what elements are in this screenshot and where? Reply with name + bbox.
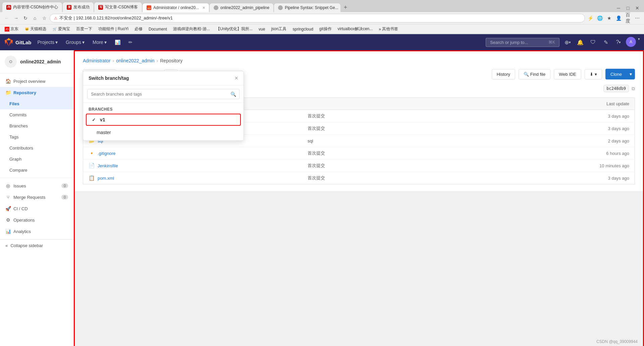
header-avatar[interactable]: A xyxy=(626,37,636,47)
sidebar-item-repository[interactable]: 📁 Repository xyxy=(0,87,73,98)
sidebar-item-graph[interactable]: Graph xyxy=(0,154,73,165)
dropdown-branches-section: Branches ✓ v1 master xyxy=(83,103,244,140)
sidebar-item-tags[interactable]: Tags xyxy=(0,131,73,142)
header-bell-btn[interactable]: 🔔 xyxy=(575,37,586,48)
address-bar[interactable]: ⚠ 不安全 | 192.168.0.121:82/root/online2022… xyxy=(50,14,585,22)
bookmark-jd[interactable]: JD 京东 xyxy=(3,25,20,33)
bookmark-vbox[interactable]: virtualbox解决cen... xyxy=(336,25,375,33)
file-link[interactable]: .gitignore xyxy=(98,151,115,156)
download-button[interactable]: ⬇ ▾ xyxy=(585,69,602,79)
extensions-button[interactable]: ⚡ xyxy=(586,14,594,22)
close-window-button[interactable]: ✕ xyxy=(633,4,641,12)
sidebar-item-merge-requests[interactable]: ⑂ Merge Requests 0 xyxy=(0,191,73,203)
branch-search-input[interactable] xyxy=(87,89,239,99)
header-plus-btn[interactable]: ⊕ ▾ xyxy=(562,37,573,48)
sidebar-item-issues[interactable]: ◎ Issues 0 xyxy=(0,180,73,191)
bookmark-document[interactable]: Document xyxy=(147,26,169,32)
reload-button[interactable]: ↻ xyxy=(21,14,30,22)
bookmark-tmall[interactable]: 🐱 天猫精选 xyxy=(22,25,48,33)
branch-item-master-label: master xyxy=(97,130,111,135)
file-link[interactable]: Jenkinsfile xyxy=(98,163,118,168)
browser-tab-6[interactable]: Pipeline Syntax: Snippet Ge... xyxy=(274,3,341,12)
maximize-button[interactable]: □ xyxy=(624,4,632,12)
menu-button[interactable]: ⋯ xyxy=(633,14,641,22)
browser-tab-3[interactable]: 写 写文章-CSDN博客 xyxy=(94,2,142,12)
find-file-icon: 🔍 xyxy=(524,72,529,77)
bookmark-baidu[interactable]: 百度一下 xyxy=(74,25,94,33)
bookmark-taobao[interactable]: 🛒 爱淘宝 xyxy=(50,25,72,33)
sidebar-item-project-overview[interactable]: 🏠 Project overview xyxy=(0,75,73,87)
sidebar-item-commits[interactable]: Commits xyxy=(0,109,73,120)
sidebar-item-operations[interactable]: ⚙ Operations xyxy=(0,214,73,226)
branch-item-v1[interactable]: ✓ v1 xyxy=(87,114,240,125)
sidebar-item-cicd[interactable]: 🚀 CI / CD xyxy=(0,203,73,214)
sidebar-item-compare[interactable]: Compare xyxy=(0,165,73,176)
sidebar-item-files[interactable]: Files xyxy=(0,98,73,109)
clone-arrow-button[interactable]: ▾ xyxy=(627,69,635,79)
nav-more[interactable]: More ▾ xyxy=(89,38,110,47)
nav-chart[interactable]: 📊 xyxy=(111,38,124,47)
tab-close-4[interactable]: ✕ xyxy=(202,6,205,10)
gitlab-logo-text: GitLab xyxy=(15,40,32,45)
profile-button[interactable]: 👤 xyxy=(614,14,623,22)
history-button[interactable]: History xyxy=(492,69,515,79)
analytics-icon: 📊 xyxy=(5,229,11,234)
bookmark-button[interactable]: ☆ xyxy=(40,14,48,22)
nav-groups[interactable]: Groups ▾ xyxy=(62,38,88,47)
header-search[interactable]: Search or jump to... ⌘K xyxy=(486,38,559,47)
sidebar-item-branches[interactable]: Branches xyxy=(0,120,73,131)
browser-tab-2[interactable]: 发 发布成功 xyxy=(62,2,94,12)
new-tab-button[interactable]: + xyxy=(341,3,350,12)
file-commit-cell: 首次提交 xyxy=(302,160,438,172)
sidebar-label-graph: Graph xyxy=(9,157,21,162)
bookmark-springcloud[interactable]: springcloud xyxy=(290,26,315,32)
header-question-btn[interactable]: ? ▾ xyxy=(613,37,624,48)
bookmark-vue[interactable]: vue xyxy=(257,26,267,32)
minimize-button[interactable]: ─ xyxy=(614,4,623,12)
bookmarks-bar: JD 京东 🐱 天猫精选 🛒 爱淘宝 百度一下 功能组件 | RuoYi 必修 … xyxy=(0,24,644,34)
collapse-icon: « xyxy=(5,243,8,248)
header-avatar-arrow[interactable]: ▾ xyxy=(638,37,640,48)
sidebar-collapse[interactable]: « Collapse sidebar xyxy=(0,239,73,251)
branch-item-master[interactable]: master xyxy=(83,127,244,138)
sidebar-label-operations: Operations xyxy=(13,218,35,223)
home-button[interactable]: ⌂ xyxy=(31,14,39,22)
sidebar-item-contributors[interactable]: Contributors xyxy=(0,142,73,154)
bookmark-git[interactable]: git操作 xyxy=(317,25,334,33)
back-button[interactable]: ← xyxy=(3,14,11,22)
bookmark-game[interactable]: 游戏dll逆向教程-游... xyxy=(171,25,212,33)
gitlab-logo[interactable]: GitLab xyxy=(4,38,32,47)
web-ide-button[interactable]: Web IDE xyxy=(554,69,581,79)
bookmark-json[interactable]: json工具 xyxy=(269,25,288,33)
breadcrumb-project[interactable]: online2022_admin xyxy=(116,58,154,63)
bookmark-ruoyi[interactable]: 功能组件 | RuoYi xyxy=(96,25,130,33)
header-shield-btn[interactable]: 🛡 xyxy=(588,37,598,48)
table-row: 🔸 .gitignore 首次提交 6 hours ago xyxy=(83,147,635,160)
copy-hash-button[interactable]: ⧉ xyxy=(632,86,635,92)
bookmark-bixiu[interactable]: 必修 xyxy=(132,25,145,33)
browser-tab-5[interactable]: online2022_admin_pipeline xyxy=(209,3,274,12)
find-file-button[interactable]: 🔍 Find file xyxy=(519,69,550,79)
nav-pencil[interactable]: ✏ xyxy=(125,38,136,47)
tab-title-5: online2022_admin_pipeline xyxy=(220,5,269,10)
bookmark-unity[interactable]: 【Unity优化】我所... xyxy=(214,25,255,33)
file-link[interactable]: pom.xml xyxy=(98,176,114,181)
browser-tab-4[interactable]: 🦊 Administrator / online20... ✕ xyxy=(142,3,209,12)
browser-tab-1[interactable]: 内 内容管理-CSDN创作中心 xyxy=(2,2,62,12)
tab-favicon-1: 内 xyxy=(6,5,11,10)
file-commit-cell: 首次提交 xyxy=(302,110,438,122)
bookmark-other[interactable]: » 其他书签 xyxy=(377,25,400,33)
nav-projects[interactable]: Projects ▾ xyxy=(34,38,61,47)
breadcrumb-administrator[interactable]: Administrator xyxy=(83,58,110,63)
header-edit-btn[interactable]: ✎ xyxy=(600,37,611,48)
forward-button[interactable]: → xyxy=(12,14,20,22)
operations-icon: ⚙ xyxy=(5,217,11,223)
dropdown-close-button[interactable]: × xyxy=(234,75,238,81)
sidebar-label-compare: Compare xyxy=(9,168,27,173)
baidu-button[interactable]: 百度 xyxy=(624,14,632,22)
gitlab-logo-svg xyxy=(4,38,13,47)
clone-button[interactable]: Clone xyxy=(605,69,627,79)
sidebar-item-analytics[interactable]: 📊 Analytics xyxy=(0,226,73,237)
favorites-button[interactable]: ★ xyxy=(605,14,613,22)
translate-button[interactable]: 🌐 xyxy=(596,14,604,22)
